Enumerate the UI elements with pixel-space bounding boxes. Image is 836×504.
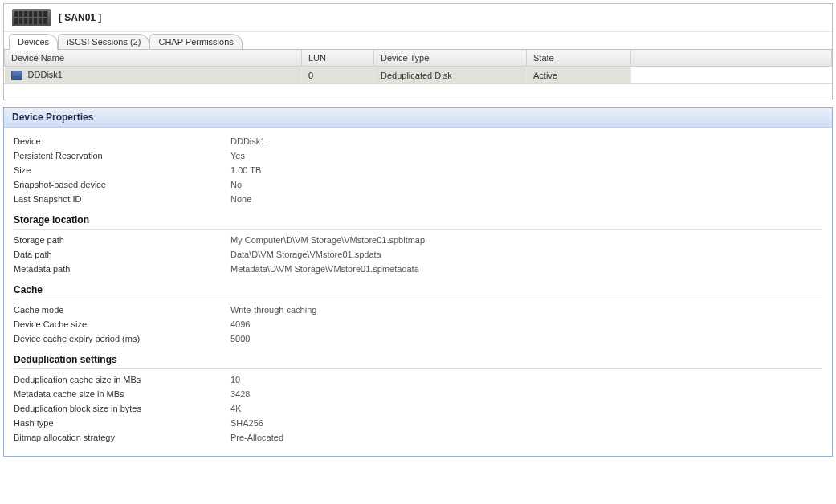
section-storage-location: Storage location (14, 206, 822, 230)
panel-title: [ SAN01 ] (59, 12, 101, 23)
prop-label: Bitmap allocation strategy (14, 433, 230, 442)
prop-label: Device cache expiry period (ms) (14, 334, 230, 343)
prop-dedup-block-bytes: Deduplication block size in bytes 4K (14, 401, 822, 416)
prop-size: Size 1.00 TB (14, 163, 822, 177)
cell-device-type: Deduplicated Disk (374, 67, 527, 84)
prop-device: Device DDDisk1 (14, 134, 822, 148)
prop-data-path: Data path Data\D\VM Storage\VMstore01.sp… (14, 247, 822, 262)
prop-cache-size: Device Cache size 4096 (14, 317, 822, 331)
prop-metadata-path: Metadata path Metadata\D\VM Storage\VMst… (14, 262, 822, 276)
prop-label: Size (14, 165, 230, 175)
prop-hash-type: Hash type SHA256 (14, 416, 822, 430)
tab-chap-permissions[interactable]: CHAP Permissions (149, 34, 242, 49)
prop-value: 3428 (230, 389, 822, 399)
prop-value: 1.00 TB (230, 165, 822, 175)
device-table: Device Name LUN Device Type State DDDisk… (4, 50, 832, 83)
cell-state: Active (527, 67, 631, 84)
prop-value: None (230, 194, 822, 204)
prop-value: 10 (230, 375, 822, 384)
prop-label: Deduplication cache size in MBs (14, 375, 230, 384)
prop-value: 4K (230, 404, 822, 413)
server-icon (12, 9, 51, 26)
device-properties-panel: Device Properties Device DDDisk1 Persist… (3, 107, 833, 457)
cell-lun: 0 (302, 67, 374, 84)
prop-value: SHA256 (230, 418, 822, 428)
tab-bar: Devices iSCSI Sessions (2) CHAP Permissi… (4, 34, 832, 49)
prop-value: Write-through caching (230, 305, 822, 315)
prop-label: Device (14, 136, 230, 146)
prop-cache-expiry: Device cache expiry period (ms) 5000 (14, 331, 822, 346)
prop-value: Yes (230, 151, 822, 161)
prop-label: Snapshot-based device (14, 180, 230, 189)
prop-value: Metadata\D\VM Storage\VMstore01.spmetada… (230, 264, 822, 274)
table-row[interactable]: DDDisk1 0 Deduplicated Disk Active (5, 67, 832, 84)
prop-label: Last Snapshot ID (14, 194, 230, 204)
prop-value: Data\D\VM Storage\VMstore01.spdata (230, 250, 822, 259)
prop-label: Metadata path (14, 264, 230, 274)
props-body: Device DDDisk1 Persistent Reservation Ye… (4, 128, 832, 456)
prop-meta-cache-mb: Metadata cache size in MBs 3428 (14, 387, 822, 401)
prop-cache-mode: Cache mode Write-through caching (14, 303, 822, 317)
col-device-name[interactable]: Device Name (5, 50, 302, 67)
col-state[interactable]: State (527, 50, 631, 67)
prop-label: Metadata cache size in MBs (14, 389, 230, 399)
prop-value: No (230, 180, 822, 189)
cell-device-name: DDDisk1 (5, 67, 302, 84)
col-device-type[interactable]: Device Type (374, 50, 527, 67)
prop-value: Pre-Allocated (230, 433, 822, 442)
prop-value: 5000 (230, 334, 822, 343)
disk-icon (11, 71, 22, 80)
panel-header: [ SAN01 ] (4, 4, 832, 32)
prop-label: Data path (14, 250, 230, 259)
col-lun[interactable]: LUN (302, 50, 374, 67)
prop-value: My Computer\D\VM Storage\VMstore01.spbit… (230, 235, 822, 245)
prop-value: 4096 (230, 319, 822, 329)
device-table-wrap: Device Name LUN Device Type State DDDisk… (4, 49, 832, 100)
prop-persistent-reservation: Persistent Reservation Yes (14, 148, 822, 163)
props-title: Device Properties (4, 108, 832, 128)
prop-storage-path: Storage path My Computer\D\VM Storage\VM… (14, 233, 822, 247)
prop-bitmap-strategy: Bitmap allocation strategy Pre-Allocated (14, 430, 822, 445)
device-panel: [ SAN01 ] Devices iSCSI Sessions (2) CHA… (3, 3, 833, 100)
prop-dedup-cache-mb: Deduplication cache size in MBs 10 (14, 372, 822, 387)
prop-label: Persistent Reservation (14, 151, 230, 161)
tab-devices[interactable]: Devices (9, 34, 58, 50)
section-cache: Cache (14, 276, 822, 299)
prop-label: Cache mode (14, 305, 230, 315)
prop-snapshot-based: Snapshot-based device No (14, 177, 822, 192)
col-spacer (631, 50, 832, 67)
prop-last-snapshot-id: Last Snapshot ID None (14, 192, 822, 206)
tab-iscsi-sessions[interactable]: iSCSI Sessions (2) (58, 34, 149, 49)
table-empty-area (4, 83, 832, 100)
section-dedup: Deduplication settings (14, 346, 822, 369)
cell-spacer (631, 67, 832, 84)
prop-label: Hash type (14, 418, 230, 428)
prop-label: Storage path (14, 235, 230, 245)
cell-device-name-text: DDDisk1 (28, 70, 63, 79)
prop-label: Deduplication block size in bytes (14, 404, 230, 413)
prop-label: Device Cache size (14, 319, 230, 329)
table-header-row: Device Name LUN Device Type State (5, 50, 832, 67)
prop-value: DDDisk1 (230, 136, 822, 146)
